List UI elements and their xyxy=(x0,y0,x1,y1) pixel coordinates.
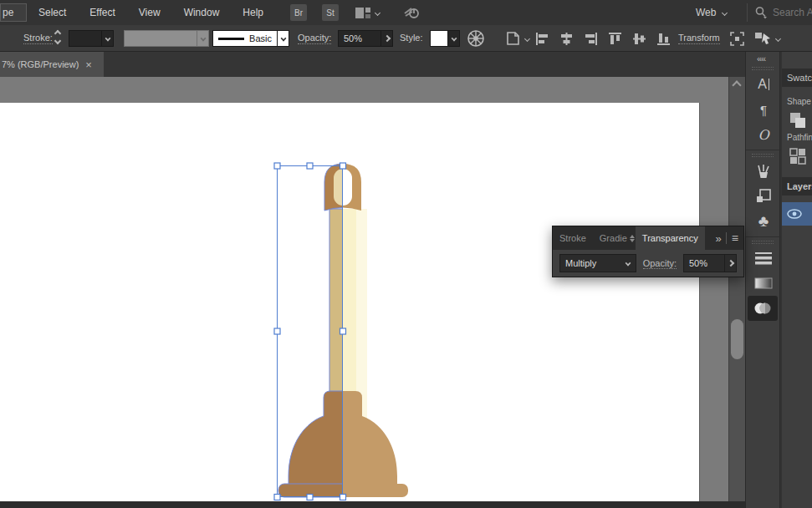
opentype-panel-icon[interactable]: O xyxy=(746,122,781,147)
transparency-panel: Stroke Gradie Transparency » ≡ Multiply … xyxy=(552,226,744,277)
align-center-vertical-icon[interactable] xyxy=(632,32,646,46)
recolor-artwork-icon[interactable] xyxy=(467,29,485,48)
chevron-down-icon xyxy=(524,35,530,41)
panel-group-grip[interactable] xyxy=(752,67,774,70)
opacity-label[interactable]: Opacity: xyxy=(298,33,331,44)
tab-transparency[interactable]: Transparency xyxy=(636,226,705,250)
stroke-weight-value[interactable] xyxy=(69,30,102,47)
opacity-expand-button[interactable] xyxy=(381,30,393,47)
character-glyph: A xyxy=(758,77,767,92)
transparency-panel-icon[interactable] xyxy=(748,296,778,321)
workspace-switcher[interactable]: Web xyxy=(696,0,727,25)
isolate-selected-icon[interactable] xyxy=(729,31,745,47)
align-center-horizontal-icon[interactable] xyxy=(559,32,574,46)
selection-handle[interactable] xyxy=(274,495,280,500)
pathfinder-divide-icon[interactable] xyxy=(782,142,812,170)
blend-mode-select[interactable]: Multiply xyxy=(559,254,636,272)
tab-gradient[interactable]: Gradie xyxy=(593,226,629,250)
menu-bar: pe Select Effect View Window Help Br St … xyxy=(0,0,812,25)
arrange-documents-icon[interactable] xyxy=(355,8,380,18)
stroke-label[interactable]: Stroke: xyxy=(23,33,53,44)
shape-modes-label: Shape xyxy=(782,97,812,106)
panel-opacity-label[interactable]: Opacity: xyxy=(643,258,677,269)
menu-item-select[interactable]: Select xyxy=(27,0,78,25)
document-tab[interactable]: 7% (RGB/Preview) × xyxy=(0,52,104,77)
tab-stroke[interactable]: Stroke xyxy=(553,226,593,250)
chevron-down-icon xyxy=(451,36,457,42)
visibility-eye-icon[interactable] xyxy=(787,209,802,219)
chevron-down-icon xyxy=(775,35,781,41)
menu-item-window[interactable]: Window xyxy=(172,0,232,25)
stock-icon[interactable]: St xyxy=(322,4,339,21)
align-bottom-icon[interactable] xyxy=(656,32,671,46)
chevron-right-icon xyxy=(383,35,390,42)
width-profile-dropdown-disabled xyxy=(124,30,197,47)
brush-definition-dropdown[interactable]: Basic xyxy=(212,30,278,47)
divider xyxy=(726,232,727,244)
panel-group-grip[interactable] xyxy=(752,241,774,244)
horizontal-scrollbar-track[interactable] xyxy=(0,501,745,508)
document-layout-icon xyxy=(355,8,370,18)
stroke-weight-stepper[interactable] xyxy=(55,31,60,43)
selection-handle[interactable] xyxy=(274,328,280,334)
panel-group-grip[interactable] xyxy=(752,154,774,157)
style-dropdown-chevron[interactable] xyxy=(448,30,460,47)
panel-opacity-expand[interactable] xyxy=(725,254,737,272)
vertical-scrollbar[interactable] xyxy=(728,77,745,501)
search-box[interactable] xyxy=(754,0,812,25)
align-top-icon[interactable] xyxy=(608,32,622,46)
panel-menu-icon[interactable]: ≡ xyxy=(732,231,738,245)
collapse-dock-icon[interactable]: «« xyxy=(757,53,765,64)
chevron-down-icon xyxy=(375,9,380,15)
selection-handle[interactable] xyxy=(340,495,346,500)
canvas-area[interactable] xyxy=(0,77,745,508)
tab-layers[interactable]: Layers xyxy=(782,177,812,196)
menu-item-effect[interactable]: Effect xyxy=(78,0,126,25)
brushes-panel-icon[interactable] xyxy=(746,159,781,184)
scrollbar-thumb[interactable] xyxy=(731,319,743,359)
character-panel-icon[interactable]: A xyxy=(746,72,781,97)
symbols-panel-icon[interactable]: ♣ xyxy=(746,209,781,234)
tab-scroll-icon[interactable] xyxy=(630,235,635,242)
close-icon[interactable]: × xyxy=(85,58,92,71)
menu-item-label: pe xyxy=(3,7,13,18)
selection-handle[interactable] xyxy=(274,163,280,169)
document-setup-icon[interactable] xyxy=(504,30,529,47)
layer-row-selected[interactable] xyxy=(782,202,812,226)
transform-panel-icon[interactable] xyxy=(746,184,781,209)
align-right-icon[interactable] xyxy=(584,32,598,46)
menu-item-view[interactable]: View xyxy=(127,0,172,25)
stroke-panel-icon[interactable] xyxy=(746,246,781,271)
transform-link[interactable]: Transform xyxy=(678,33,720,44)
select-similar-icon[interactable] xyxy=(753,30,780,47)
selection-handle[interactable] xyxy=(307,495,313,500)
scroll-up-icon[interactable] xyxy=(732,80,741,89)
tab-swatches[interactable]: Swatc xyxy=(782,69,812,87)
search-input[interactable] xyxy=(773,7,812,18)
opacity-field[interactable]: 50% xyxy=(338,30,381,47)
panel-opacity-field[interactable]: 50% xyxy=(683,254,725,272)
document-tab-bar: 7% (RGB/Preview) × xyxy=(0,52,745,77)
paragraph-panel-icon[interactable]: ¶ xyxy=(746,97,781,122)
selection-handle[interactable] xyxy=(340,163,346,169)
width-profile-chevron xyxy=(197,30,209,47)
menu-item-help[interactable]: Help xyxy=(231,0,275,25)
gradient-panel-icon[interactable] xyxy=(746,271,781,296)
collapse-panel-icon[interactable]: » xyxy=(716,232,721,245)
graphic-style-swatch[interactable] xyxy=(430,30,448,47)
stroke-weight-dropdown[interactable] xyxy=(102,30,114,47)
search-icon xyxy=(754,6,768,19)
share-icon[interactable] xyxy=(403,5,420,20)
brush-dropdown-chevron[interactable] xyxy=(278,30,289,47)
selection-handle[interactable] xyxy=(340,328,346,334)
chevron-down-icon xyxy=(625,261,631,267)
brush-stroke-preview xyxy=(218,38,244,40)
selection-handle[interactable] xyxy=(307,163,313,169)
menu-item-type[interactable]: pe xyxy=(0,3,27,22)
bridge-icon[interactable]: Br xyxy=(290,4,307,21)
document-tab-title: 7% (RGB/Preview) xyxy=(2,59,79,69)
control-bar: Stroke: Basic Opacity: 50% Style: xyxy=(0,25,812,52)
align-left-icon[interactable] xyxy=(535,32,549,46)
divider xyxy=(747,3,748,22)
shape-mode-unite-icon[interactable] xyxy=(782,106,812,133)
